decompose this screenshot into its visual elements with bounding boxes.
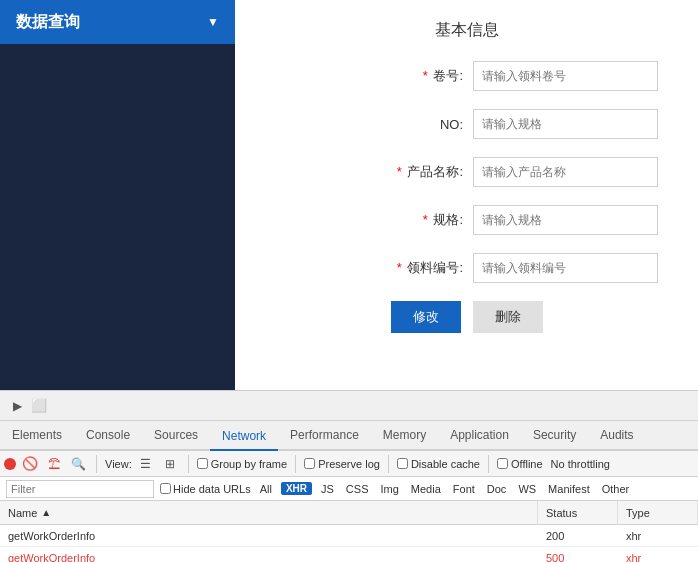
view-list-icon[interactable]: ☰	[136, 454, 156, 474]
main-content: 基本信息 * 卷号: NO: * 产品名称: * 规格: * 领料编号:	[235, 0, 698, 390]
view-label: View:	[105, 458, 132, 470]
devtools-tabs: Elements Console Sources Network Perform…	[0, 421, 698, 451]
label-spec: * 规格:	[393, 211, 463, 229]
required-star-product-name: *	[397, 164, 402, 179]
group-by-frame-checkbox[interactable]	[197, 458, 208, 469]
tab-sources[interactable]: Sources	[142, 420, 210, 450]
filter-other[interactable]: Other	[599, 483, 633, 495]
btn-delete[interactable]: 删除	[473, 301, 543, 333]
tab-elements[interactable]: Elements	[0, 420, 74, 450]
divider-1	[96, 455, 97, 473]
sidebar-arrow-icon: ▼	[207, 15, 219, 29]
clear-btn[interactable]: 🚫	[20, 454, 40, 474]
preserve-log-label[interactable]: Preserve log	[304, 458, 380, 470]
tab-audits[interactable]: Audits	[588, 420, 645, 450]
filter-doc[interactable]: Doc	[484, 483, 510, 495]
devtools-device-icon[interactable]: ⬜	[28, 395, 50, 417]
devtools-inspect-icon[interactable]: ▶	[6, 395, 28, 417]
col-header-status: Status	[538, 501, 618, 525]
offline-checkbox[interactable]	[497, 458, 508, 469]
label-product-name: * 产品名称:	[393, 163, 463, 181]
view-large-icon[interactable]: ⊞	[160, 454, 180, 474]
filter-input[interactable]	[6, 480, 154, 498]
disable-cache-label[interactable]: Disable cache	[397, 458, 480, 470]
form-row-product-name: * 产品名称:	[275, 157, 658, 187]
hide-data-urls-label[interactable]: Hide data URLs	[160, 483, 251, 495]
row-1-type: xhr	[618, 525, 698, 546]
input-product-name[interactable]	[473, 157, 658, 187]
input-no[interactable]	[473, 109, 658, 139]
offline-label[interactable]: Offline	[497, 458, 543, 470]
row-1-name: getWorkOrderInfo	[0, 525, 538, 546]
search-icon[interactable]: 🔍	[68, 454, 88, 474]
devtools-panel: ▶ ⬜ Elements Console Sources Network Per…	[0, 390, 698, 562]
divider-3	[295, 455, 296, 473]
filter-js[interactable]: JS	[318, 483, 337, 495]
row-2-status: 500	[538, 547, 618, 562]
input-material-code[interactable]	[473, 253, 658, 283]
network-table: getWorkOrderInfo 200 xhr getWorkOrderInf…	[0, 525, 698, 562]
divider-4	[388, 455, 389, 473]
filter-css[interactable]: CSS	[343, 483, 372, 495]
tab-application[interactable]: Application	[438, 420, 521, 450]
devtools-toolbar: ▶ ⬜	[0, 391, 698, 421]
divider-5	[488, 455, 489, 473]
no-throttling-label: No throttling	[551, 458, 610, 470]
required-star-juanhao: *	[423, 68, 428, 83]
filter-media[interactable]: Media	[408, 483, 444, 495]
sidebar-title: 数据查询	[16, 12, 80, 33]
form-row-juanhao: * 卷号:	[275, 61, 658, 91]
hide-data-urls-checkbox[interactable]	[160, 483, 171, 494]
tab-performance[interactable]: Performance	[278, 420, 371, 450]
filter-icon[interactable]: ⛱	[44, 454, 64, 474]
form-row-no: NO:	[275, 109, 658, 139]
table-header: Name ▲ Status Type	[0, 501, 698, 525]
form-buttons: 修改 删除	[275, 301, 658, 333]
divider-2	[188, 455, 189, 473]
form-row-spec: * 规格:	[275, 205, 658, 235]
label-no: NO:	[393, 117, 463, 132]
record-btn[interactable]	[4, 458, 16, 470]
filter-all[interactable]: All	[257, 483, 275, 495]
table-row[interactable]: getWorkOrderInfo 200 xhr	[0, 525, 698, 547]
filter-font[interactable]: Font	[450, 483, 478, 495]
row-1-status: 200	[538, 525, 618, 546]
tab-console[interactable]: Console	[74, 420, 142, 450]
btn-modify[interactable]: 修改	[391, 301, 461, 333]
section-title: 基本信息	[275, 20, 658, 41]
filter-xhr[interactable]: XHR	[281, 482, 312, 495]
label-juanhao: * 卷号:	[393, 67, 463, 85]
sidebar-header[interactable]: 数据查询 ▼	[0, 0, 235, 44]
disable-cache-checkbox[interactable]	[397, 458, 408, 469]
input-juanhao[interactable]	[473, 61, 658, 91]
sidebar: 数据查询 ▼	[0, 0, 235, 390]
form-row-material-code: * 领料编号:	[275, 253, 658, 283]
required-star-material-code: *	[397, 260, 402, 275]
sort-arrow-icon: ▲	[41, 501, 51, 525]
input-spec[interactable]	[473, 205, 658, 235]
group-by-frame-label[interactable]: Group by frame	[197, 458, 287, 470]
filter-bar: Hide data URLs All XHR JS CSS Img Media …	[0, 477, 698, 501]
tab-security[interactable]: Security	[521, 420, 588, 450]
row-2-type: xhr	[618, 547, 698, 562]
filter-manifest[interactable]: Manifest	[545, 483, 593, 495]
table-row[interactable]: getWorkOrderInfo 500 xhr	[0, 547, 698, 562]
required-star-spec: *	[423, 212, 428, 227]
network-table-container: Name ▲ Status Type getWorkOrderInfo 200 …	[0, 501, 698, 562]
col-header-name: Name ▲	[0, 501, 538, 525]
preserve-log-checkbox[interactable]	[304, 458, 315, 469]
filter-img[interactable]: Img	[377, 483, 401, 495]
tab-memory[interactable]: Memory	[371, 420, 438, 450]
tab-network[interactable]: Network	[210, 421, 278, 451]
row-2-name: getWorkOrderInfo	[0, 547, 538, 562]
network-toolbar: 🚫 ⛱ 🔍 View: ☰ ⊞ Group by frame Preserve …	[0, 451, 698, 477]
col-header-type: Type	[618, 501, 698, 525]
label-material-code: * 领料编号:	[393, 259, 463, 277]
filter-ws[interactable]: WS	[515, 483, 539, 495]
